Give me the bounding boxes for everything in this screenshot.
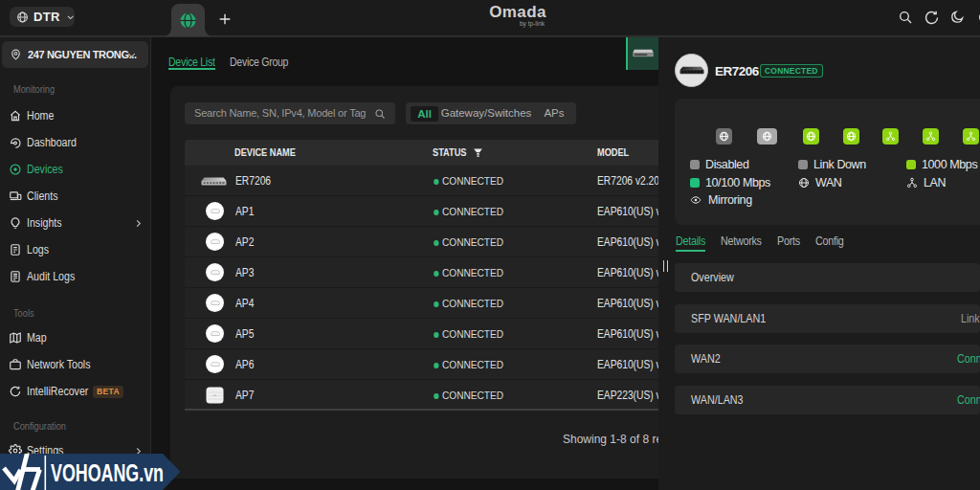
svg-text:VOHOANG.vn: VOHOANG.vn — [51, 458, 164, 487]
